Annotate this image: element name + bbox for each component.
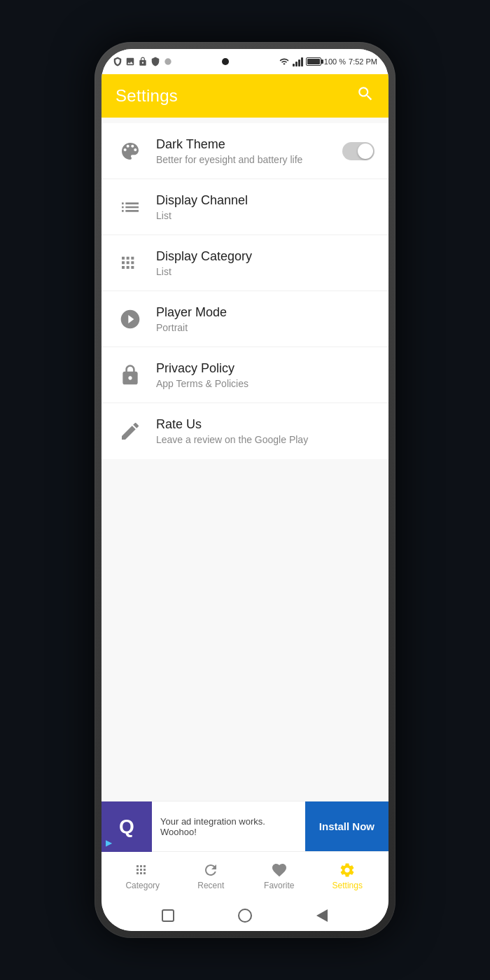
ad-play-icon: ▶: [106, 838, 112, 848]
image-icon: [125, 57, 135, 66]
battery-percent: 100 %: [324, 57, 346, 66]
signal-bar-2: [295, 62, 298, 66]
app-bar-title: Settings: [115, 86, 178, 106]
display-channel-title: Display Channel: [156, 193, 374, 208]
dark-theme-title: Dark Theme: [156, 137, 342, 152]
search-icon: [356, 85, 374, 103]
display-category-icon-wrap: [115, 248, 145, 278]
signal-bar-1: [293, 64, 295, 66]
setting-item-display-channel[interactable]: Display Channel List: [102, 179, 388, 235]
rate-us-title: Rate Us: [156, 417, 374, 432]
dark-theme-icon-wrap: [115, 136, 145, 166]
display-category-title: Display Category: [156, 249, 374, 264]
player-mode-icon-wrap: [115, 304, 145, 334]
signal-bars: [293, 57, 303, 66]
install-now-button[interactable]: Install Now: [305, 802, 388, 852]
vpn-icon: [113, 57, 122, 66]
ad-logo: Q ▶: [102, 802, 152, 852]
setting-item-dark-theme[interactable]: Dark Theme Better for eyesight and batte…: [102, 123, 388, 179]
player-mode-subtitle: Portrait: [156, 322, 374, 333]
status-bar: 100 % 7:52 PM: [102, 49, 388, 74]
sys-back-button[interactable]: [312, 906, 332, 925]
display-category-subtitle: List: [156, 266, 374, 277]
status-left-icons: [113, 57, 173, 66]
shield-icon-status: [150, 57, 160, 66]
favorite-icon: [271, 862, 288, 878]
privacy-policy-subtitle: App Terms & Policies: [156, 378, 374, 389]
camera-dot: [222, 58, 229, 65]
setting-item-player-mode[interactable]: Player Mode Portrait: [102, 291, 388, 347]
wifi-icon: [279, 57, 290, 66]
toggle-switch[interactable]: [342, 142, 374, 160]
dark-theme-text: Dark Theme Better for eyesight and batte…: [156, 137, 342, 165]
display-category-text: Display Category List: [156, 249, 374, 277]
edit-icon: [119, 420, 141, 442]
search-button[interactable]: [356, 85, 374, 107]
ad-banner[interactable]: Q ▶ Your ad integration works. Woohoo! I…: [102, 801, 388, 851]
list-icon: [119, 196, 141, 218]
time-display: 7:52 PM: [349, 57, 377, 66]
dark-theme-subtitle: Better for eyesight and battery life: [156, 154, 342, 165]
ad-logo-text: Q: [119, 816, 134, 838]
dark-theme-toggle[interactable]: [342, 142, 374, 160]
palette-icon: [119, 140, 141, 162]
nav-settings-label: Settings: [332, 881, 363, 890]
nav-item-favorite[interactable]: Favorite: [258, 862, 300, 890]
privacy-policy-icon-wrap: [115, 360, 145, 390]
sys-recent-button[interactable]: [158, 906, 178, 925]
setting-item-rate-us[interactable]: Rate Us Leave a review on the Google Pla…: [102, 403, 388, 459]
settings-nav-icon: [339, 862, 356, 878]
rate-us-text: Rate Us Leave a review on the Google Pla…: [156, 417, 374, 445]
player-mode-title: Player Mode: [156, 305, 374, 320]
signal-bar-4: [301, 57, 303, 66]
settings-content: Dark Theme Better for eyesight and batte…: [102, 118, 388, 801]
privacy-policy-text: Privacy Policy App Terms & Policies: [156, 361, 374, 389]
nav-recent-label: Recent: [197, 881, 224, 890]
lock-setting-icon: [119, 364, 141, 386]
status-right-info: 100 % 7:52 PM: [279, 57, 377, 66]
phone-screen: 100 % 7:52 PM Settings: [102, 49, 388, 931]
camera-center: [222, 58, 229, 65]
signal-bar-3: [298, 59, 300, 66]
setting-item-privacy-policy[interactable]: Privacy Policy App Terms & Policies: [102, 347, 388, 403]
phone-frame: 100 % 7:52 PM Settings: [94, 42, 396, 938]
privacy-policy-title: Privacy Policy: [156, 361, 374, 376]
ad-message: Your ad integration works. Woohoo!: [152, 816, 305, 837]
app-bar: Settings: [102, 74, 388, 118]
setting-item-display-category[interactable]: Display Category List: [102, 235, 388, 291]
lock-icon-status: [138, 57, 148, 66]
battery-indicator: [306, 57, 321, 66]
rate-us-icon-wrap: [115, 416, 145, 446]
nav-item-category[interactable]: Category: [122, 862, 164, 890]
circle-icon-status: [163, 57, 173, 66]
recent-icon: [202, 862, 219, 878]
svg-point-0: [164, 58, 171, 64]
display-channel-subtitle: List: [156, 210, 374, 221]
settings-list: Dark Theme Better for eyesight and batte…: [102, 123, 388, 459]
display-channel-icon-wrap: [115, 192, 145, 222]
sys-home-button[interactable]: [235, 906, 255, 925]
system-nav: [102, 900, 388, 931]
nav-item-settings[interactable]: Settings: [326, 862, 368, 890]
rate-us-subtitle: Leave a review on the Google Play: [156, 434, 374, 445]
bottom-nav: Category Recent Favorite Settings: [102, 851, 388, 900]
play-circle-icon: [119, 308, 141, 330]
grid-icon: [119, 252, 141, 274]
player-mode-text: Player Mode Portrait: [156, 305, 374, 333]
nav-favorite-label: Favorite: [264, 881, 294, 890]
nav-category-label: Category: [125, 881, 160, 890]
display-channel-text: Display Channel List: [156, 193, 374, 221]
nav-item-recent[interactable]: Recent: [190, 862, 232, 890]
category-icon: [134, 862, 151, 878]
